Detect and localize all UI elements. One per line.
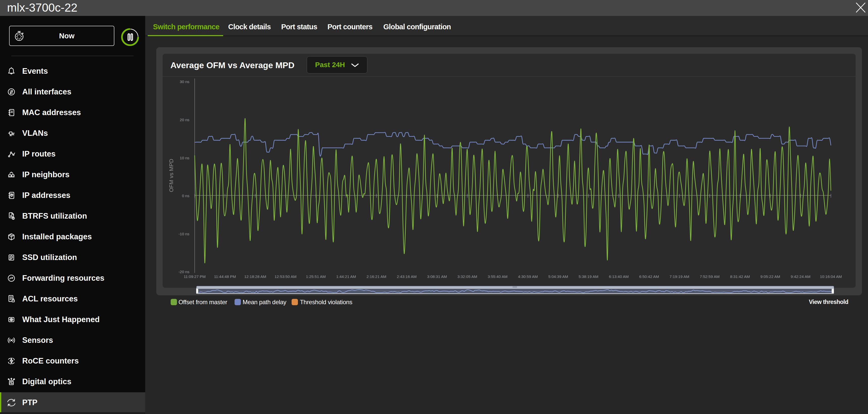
svg-text:2:43:16 AM: 2:43:16 AM: [397, 275, 416, 279]
svg-text:6:13:40 AM: 6:13:40 AM: [609, 275, 629, 279]
svg-text:1:44:21 AM: 1:44:21 AM: [336, 275, 356, 279]
svg-text:12:53:50 AM: 12:53:50 AM: [274, 275, 297, 279]
svg-text:3:08:31 AM: 3:08:31 AM: [427, 275, 447, 279]
svg-text:5:38:19 AM: 5:38:19 AM: [579, 275, 598, 279]
svg-text:-20 ns: -20 ns: [179, 269, 189, 274]
svg-text:7:52:59 AM: 7:52:59 AM: [700, 275, 719, 279]
svg-text:OFM vs MPD: OFM vs MPD: [168, 159, 175, 192]
svg-text:1:25:51 AM: 1:25:51 AM: [306, 275, 326, 279]
svg-text:-10 ns: -10 ns: [179, 232, 189, 236]
svg-text:6:50:42 AM: 6:50:42 AM: [639, 275, 659, 279]
svg-text:10 ns: 10 ns: [180, 156, 189, 160]
svg-text:3:32:05 AM: 3:32:05 AM: [458, 275, 477, 279]
svg-text:9:42:24 AM: 9:42:24 AM: [791, 275, 810, 279]
svg-text:12:18:28 AM: 12:18:28 AM: [244, 275, 266, 279]
svg-text:11:09:27 PM: 11:09:27 PM: [184, 275, 206, 279]
svg-text:7:19:19 AM: 7:19:19 AM: [670, 275, 689, 279]
svg-text:9:05:22 AM: 9:05:22 AM: [761, 275, 780, 279]
svg-text:10:16:04 AM: 10:16:04 AM: [820, 275, 842, 279]
svg-text:20 ns: 20 ns: [180, 118, 189, 122]
svg-text:8:31:42 AM: 8:31:42 AM: [730, 275, 750, 279]
svg-text:30 ns: 30 ns: [180, 79, 189, 84]
svg-text:3:55:40 AM: 3:55:40 AM: [488, 275, 507, 279]
svg-text:4:30:59 AM: 4:30:59 AM: [518, 275, 538, 279]
svg-text:2:16:21 AM: 2:16:21 AM: [367, 275, 386, 279]
svg-text:0 ns: 0 ns: [182, 194, 190, 198]
svg-text:5:04:39 AM: 5:04:39 AM: [548, 275, 568, 279]
svg-text:11:44:48 PM: 11:44:48 PM: [214, 275, 236, 279]
